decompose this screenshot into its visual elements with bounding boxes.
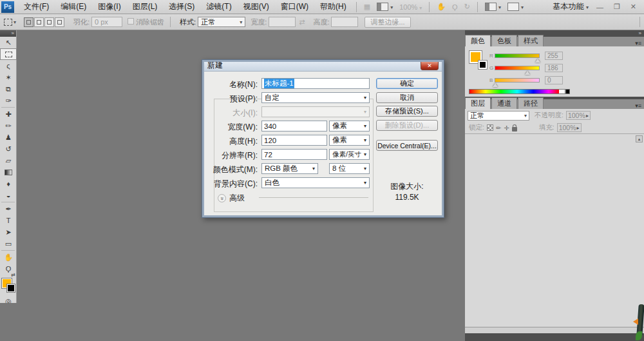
subtract-selection-button[interactable] (44, 17, 54, 27)
blur-tool[interactable]: ♦ (0, 178, 17, 190)
green-slider-thumb[interactable] (525, 71, 530, 75)
opacity-input[interactable]: 100%▸ (566, 111, 591, 120)
background-color-swatch[interactable] (7, 284, 15, 292)
eyedropper-tool[interactable]: ✑ (0, 95, 17, 106)
eraser-tool[interactable]: ▱ (0, 155, 17, 166)
blue-slider-thumb[interactable] (493, 83, 498, 87)
background-color-swatch[interactable] (478, 61, 487, 69)
hand-tool-icon[interactable]: ✋ (433, 3, 449, 11)
add-selection-button[interactable] (34, 17, 44, 27)
green-value-input[interactable]: 186 (545, 64, 563, 72)
history-brush-tool[interactable]: ↺ (0, 143, 17, 155)
refine-edge-button[interactable]: 调整边缘... (365, 17, 410, 28)
blue-slider[interactable] (495, 78, 540, 83)
hand-tool[interactable]: ✋ (0, 251, 17, 263)
green-slider[interactable] (495, 66, 540, 70)
height-input[interactable]: 120 (261, 135, 327, 146)
background-contents-select[interactable]: 白色▾ (261, 177, 370, 188)
panel-grip[interactable]: » (0, 30, 16, 37)
width-input[interactable] (269, 17, 296, 27)
lasso-tool[interactable]: ς (0, 60, 17, 72)
swap-dimensions-icon[interactable]: ⇄ (296, 18, 308, 26)
intersect-selection-button[interactable] (55, 17, 64, 27)
menu-item-window[interactable]: 窗口(W) (275, 1, 314, 12)
panel-menu-icon[interactable]: ▾≡ (632, 102, 644, 109)
lock-all-icon[interactable] (512, 127, 517, 132)
clone-stamp-tool[interactable]: ♟ (0, 132, 17, 143)
path-selection-tool[interactable]: ➤ (0, 226, 17, 238)
resolution-unit-select[interactable]: 像素/英寸▾ (329, 149, 370, 160)
red-slider-thumb[interactable] (535, 59, 540, 63)
rotate-view-icon[interactable]: ↻ (461, 3, 473, 11)
save-preset-button[interactable]: 存储预设(S)... (376, 106, 438, 117)
menu-item-layer[interactable]: 图层(L) (127, 1, 164, 12)
launch-bridge-icon[interactable]: ▦ (361, 3, 374, 11)
move-tool[interactable]: ↖ (0, 37, 17, 48)
dodge-tool[interactable]: ◒ (0, 190, 17, 201)
rectangular-marquee-tool[interactable] (0, 48, 17, 60)
workspace-switcher[interactable]: 基本功能 ▾ (553, 1, 589, 12)
tab-channels[interactable]: 通道 (491, 97, 517, 109)
antialias-checkbox[interactable]: 消除锯齿 (128, 17, 164, 27)
crop-tool[interactable]: ⧉ (0, 83, 17, 95)
device-central-button[interactable]: Device Central(E)... (376, 140, 438, 151)
arrange-documents-icon[interactable]: ▾ (374, 3, 396, 12)
brush-tool[interactable]: ✏ (0, 120, 17, 132)
blend-mode-select[interactable]: 正常▾ (468, 111, 529, 121)
quick-selection-tool[interactable]: ✶ (0, 72, 17, 83)
zoom-level-select[interactable]: 100% ▾ (396, 3, 425, 11)
pen-tool[interactable]: ✒ (0, 203, 17, 215)
lock-pixels-icon[interactable]: ✏ (496, 124, 501, 132)
gradient-tool[interactable] (0, 166, 17, 178)
type-tool[interactable]: T (0, 215, 17, 226)
rectangle-tool[interactable]: ▭ (0, 238, 17, 249)
minimize-button[interactable]: — (594, 3, 606, 11)
height-input[interactable] (331, 17, 358, 27)
new-selection-button[interactable] (24, 17, 33, 27)
view-extras-icon[interactable]: ▾ (482, 3, 504, 12)
menu-item-view[interactable]: 视图(V) (238, 1, 275, 12)
menu-item-image[interactable]: 图像(I) (92, 1, 126, 12)
menu-item-file[interactable]: 文件(F) (18, 1, 55, 12)
style-select[interactable]: 正常▾ (198, 17, 245, 27)
feather-input[interactable]: 0 px (91, 17, 122, 27)
resolution-input[interactable]: 72 (261, 149, 327, 160)
width-unit-select[interactable]: 像素▾ (329, 121, 370, 132)
tab-swatches[interactable]: 色板 (491, 35, 517, 46)
width-input[interactable]: 340 (261, 121, 327, 132)
healing-brush-tool[interactable]: ✚ (0, 108, 17, 120)
height-unit-select[interactable]: 像素▾ (329, 135, 370, 146)
advanced-toggle[interactable]: » 高级 (218, 193, 245, 204)
tool-preset-picker[interactable]: ▾ (0, 19, 20, 26)
close-button[interactable]: ✕ (628, 3, 639, 11)
lock-position-icon[interactable]: ✛ (504, 124, 509, 132)
swap-colors-icon[interactable]: ⇄ (11, 272, 15, 278)
name-input[interactable]: 未标题-1 (261, 78, 370, 89)
fill-input[interactable]: 100%▸ (557, 123, 582, 132)
menu-item-select[interactable]: 选择(S) (163, 1, 200, 12)
menu-item-filter[interactable]: 滤镜(T) (200, 1, 237, 12)
blue-value-input[interactable]: 0 (545, 76, 563, 84)
red-value-input[interactable]: 255 (545, 52, 563, 60)
tab-styles[interactable]: 样式 (518, 35, 544, 46)
scroll-up-icon[interactable]: ▴ (636, 135, 643, 142)
panel-menu-icon[interactable]: ▾≡ (632, 40, 644, 46)
black-color-chip[interactable] (565, 89, 570, 94)
tab-paths[interactable]: 路径 (518, 97, 544, 109)
menu-item-help[interactable]: 帮助(H) (314, 1, 352, 12)
tab-color[interactable]: 颜色 (465, 35, 491, 46)
tab-layers[interactable]: 图层 (465, 97, 491, 109)
layers-list[interactable]: ▴ (465, 133, 644, 327)
cancel-button[interactable]: 取消 (376, 92, 438, 103)
lock-transparency-icon[interactable] (487, 124, 493, 131)
dialog-title-bar[interactable]: 新建 ✕ (202, 60, 444, 72)
dialog-close-button[interactable]: ✕ (421, 61, 439, 70)
color-spectrum-ramp[interactable] (469, 89, 565, 94)
color-mode-select[interactable]: RGB 颜色▾ (261, 163, 318, 174)
ok-button[interactable]: 确定 (376, 78, 438, 89)
restore-button[interactable]: ❐ (611, 3, 623, 11)
screen-mode-icon[interactable]: ▾ (504, 3, 527, 12)
bit-depth-select[interactable]: 8 位▾ (329, 163, 370, 174)
menu-item-edit[interactable]: 编辑(E) (55, 1, 92, 12)
red-slider[interactable] (495, 54, 540, 58)
